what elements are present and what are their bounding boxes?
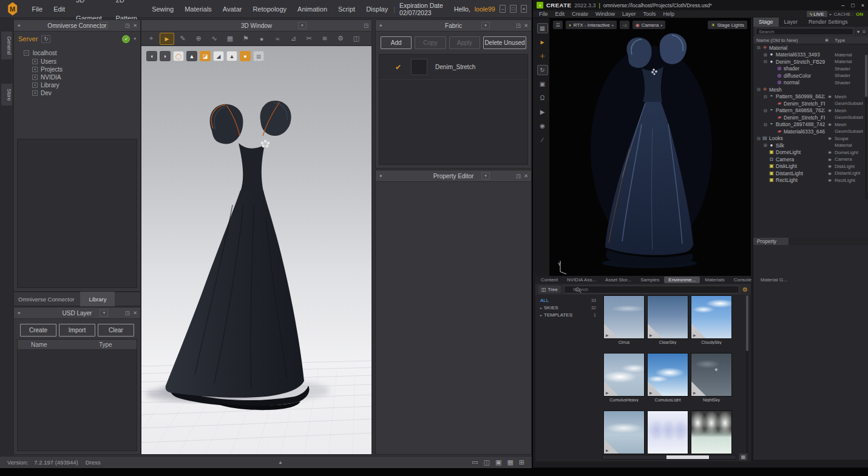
expand-icon[interactable]: + <box>32 67 38 72</box>
collapse-icon[interactable]: − <box>24 50 29 56</box>
dressform-tool-icon[interactable]: ◫ <box>349 33 364 45</box>
eye-icon[interactable]: ◉ <box>825 172 835 175</box>
eye-icon[interactable]: ◉ <box>825 158 835 161</box>
asset-thumbnail[interactable]: ▶Cirrus <box>603 295 645 344</box>
eye-icon[interactable]: ◉ <box>825 109 835 112</box>
tab-nvidia-assets[interactable]: NVIDIA Ass... <box>563 277 600 283</box>
asset-thumbnail[interactable]: ▶ClearSky <box>647 295 688 344</box>
menu-window[interactable]: Window <box>592 11 619 17</box>
tab-property[interactable]: Property <box>753 238 788 245</box>
stage-row[interactable]: ⊟●Denim_Stretch_FB29C◉Material <box>753 58 868 65</box>
fabric-swatch[interactable] <box>411 59 427 75</box>
expand-caret-icon[interactable]: ▸ <box>540 313 542 317</box>
gizmo-tool-icon[interactable]: ⌖ <box>144 33 158 45</box>
layout-custom-icon[interactable]: ⊞ <box>519 458 524 466</box>
flag-tool-icon[interactable]: ⚑ <box>239 33 253 45</box>
stage-row[interactable]: ⊟◘Camera◉Camera <box>753 156 868 163</box>
column-type[interactable]: Type <box>835 38 868 43</box>
minimize-button[interactable]: – <box>500 5 506 13</box>
stage-row[interactable]: ⊟◓Pattern_849856_7623◉Mesh <box>753 107 868 115</box>
stage-row[interactable]: ⊟✛Mesh◉ <box>753 86 868 93</box>
stage-row[interactable]: ⊟▣DiskLight◉DiskLight <box>753 163 868 170</box>
stage-row[interactable]: ⊟▰Denim_Stretch_FB◉GeomSubset <box>753 114 868 121</box>
expand-icon[interactable]: + <box>32 90 38 96</box>
category-skies[interactable]: ▸SKIES32 <box>538 304 598 311</box>
edge-tab-store[interactable]: Store <box>1 84 12 106</box>
popout-icon[interactable]: ◳ <box>125 310 130 316</box>
minimize-button[interactable]: – <box>841 2 844 8</box>
rtx-viewport[interactable]: ☰ ◐RTX - Interactive▾ ◅ ◉Camera▾ ☀Stage … <box>549 18 751 276</box>
move-tool-icon[interactable]: ✛ <box>537 51 548 61</box>
maximize-button[interactable]: □ <box>851 2 854 8</box>
filter-icon[interactable]: ▼ <box>856 30 860 34</box>
select-tool-icon[interactable]: ► <box>160 33 174 45</box>
layout-split-icon[interactable]: ◫ <box>484 458 490 466</box>
tree-node-folder[interactable]: +Users <box>24 58 140 65</box>
tree-node-localhost[interactable]: − localhost <box>24 49 140 58</box>
select-tool-icon[interactable]: ► <box>537 37 548 47</box>
menu-materials[interactable]: Materials <box>179 0 217 18</box>
scissors-tool-icon[interactable]: ✂ <box>302 33 316 45</box>
close-panel-icon[interactable]: ✕ <box>133 22 137 28</box>
checkmark-icon[interactable]: ✔ <box>395 63 401 72</box>
layout-overlay-icon[interactable]: ▣ <box>495 458 501 466</box>
panel-dropdown-icon[interactable]: ▾ <box>100 22 108 29</box>
eye-icon[interactable]: ◉ <box>825 178 835 182</box>
category-all[interactable]: ALL33 <box>538 297 598 304</box>
tree-node-folder[interactable]: +Library <box>24 81 140 89</box>
close-panel-icon[interactable]: ✕ <box>524 173 528 179</box>
delete-unused-button[interactable]: Delete Unused <box>483 36 526 49</box>
edge-tab-general[interactable]: General <box>1 32 12 59</box>
dock-pin-icon[interactable]: ✦ <box>379 173 383 179</box>
menu-display[interactable]: Display <box>361 0 393 18</box>
play-button[interactable]: ▶ <box>537 107 548 117</box>
menu-avatar[interactable]: Avatar <box>217 0 248 18</box>
stage-row[interactable]: ⊟▰Denim_Stretch_FB◉GeomSubset <box>753 100 868 107</box>
tab-library[interactable]: Library <box>80 292 115 306</box>
grid-scrollbar[interactable] <box>746 295 748 453</box>
stage-row[interactable]: ⊟▣DomeLight◉DomeLight <box>753 149 868 156</box>
popout-icon[interactable]: ◳ <box>516 173 521 179</box>
clear-button[interactable]: Clear <box>98 324 134 337</box>
menu-edit[interactable]: Edit <box>48 0 70 18</box>
menu-retopology[interactable]: Retopology <box>247 0 292 18</box>
stage-row[interactable]: ⊟◍shader◉Shader <box>753 65 868 73</box>
username-link[interactable]: loole99 <box>475 5 495 13</box>
close-panel-icon[interactable]: ✕ <box>133 310 137 316</box>
asset-thumbnail[interactable]: ZetoCG_com_Ware... <box>647 411 688 454</box>
stage-row[interactable]: ⊟✛Material◉ <box>753 44 868 52</box>
settings-tool-icon[interactable]: ⚙ <box>333 33 348 45</box>
stage-search-input[interactable] <box>756 28 853 35</box>
menu-tools[interactable]: Tools <box>640 11 660 17</box>
close-button[interactable]: × <box>861 2 864 8</box>
tab-omniverse-connector[interactable]: Omniverse Connector <box>14 296 74 303</box>
menu-create[interactable]: Create <box>568 11 592 17</box>
navigation-tool-icon[interactable]: ▦ <box>537 23 548 33</box>
stage-row[interactable]: ⊟◍diffuseColor◉Shader <box>753 72 868 79</box>
tab-console[interactable]: Console <box>730 277 756 283</box>
stage-row[interactable]: ⊟▰Material6333_6465◉GeomSubset <box>753 128 868 135</box>
tab-content[interactable]: Content <box>537 277 562 283</box>
rotate-tool-icon[interactable]: ↻ <box>537 65 548 75</box>
asset-thumbnail[interactable] <box>691 411 732 454</box>
stage-row[interactable]: ⊟◓Button_2897488_7424◉Mesh <box>753 121 868 129</box>
expand-caret-icon[interactable]: ▸ <box>540 306 542 310</box>
measure-tool-icon[interactable]: ∕ <box>537 135 548 145</box>
scale-tool-icon[interactable]: ▣ <box>537 79 548 89</box>
live-sync-button[interactable]: ϟLIVE <box>807 11 827 18</box>
status-dropdown-icon[interactable]: ▾ <box>134 36 136 41</box>
column-name[interactable]: Name <box>18 341 99 348</box>
expand-statusbar-icon[interactable]: ▲ <box>278 460 283 465</box>
live-dropdown-icon[interactable]: ▾ <box>830 12 832 16</box>
menu-file[interactable]: File <box>26 0 48 18</box>
stage-row[interactable]: ⊟◍normal◉Shader <box>753 79 868 87</box>
create-button[interactable]: Create <box>20 324 56 337</box>
tab-samples[interactable]: Samples <box>636 277 663 283</box>
asset-thumbnail[interactable]: ▶Overcast <box>603 411 645 454</box>
stage-row[interactable]: ⊟▣RectLight◉RectLight <box>753 177 868 184</box>
menu-script[interactable]: Script <box>333 0 361 18</box>
category-templates[interactable]: ▸TEMPLATES1 <box>538 311 598 318</box>
horizontal-scrollbar[interactable] <box>602 455 736 460</box>
pattern-tool-icon[interactable]: ▦ <box>223 33 237 45</box>
stage-row[interactable]: ⊟◓Pattern_560999_6622◉Mesh <box>753 93 868 101</box>
